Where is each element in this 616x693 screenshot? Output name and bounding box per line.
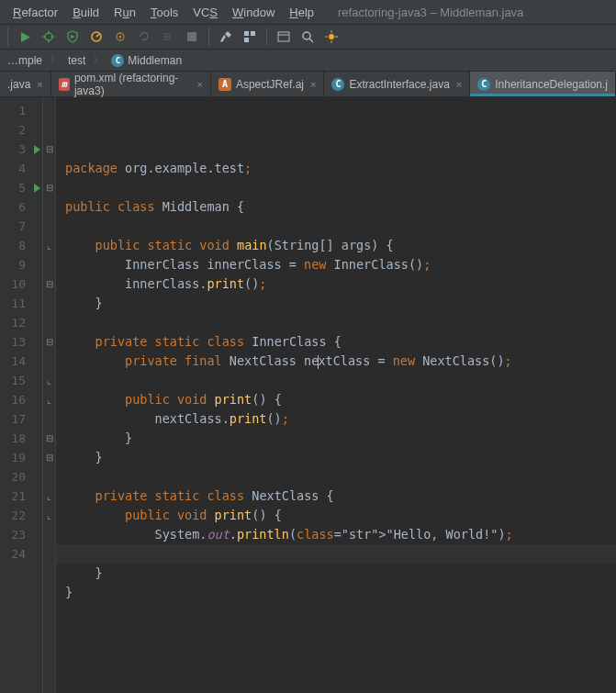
code-line[interactable]: public void print() { (65, 390, 616, 409)
tab-extract[interactable]: C ExtractInterface.java× (324, 72, 470, 96)
code-line[interactable] (65, 371, 616, 390)
code-line[interactable]: package org.example.test; (65, 159, 616, 178)
build-icon[interactable] (215, 26, 237, 48)
chevron-right-icon: 〉 (93, 52, 104, 68)
attach-icon[interactable] (109, 26, 131, 48)
menu-window[interactable]: Window (225, 4, 282, 21)
code-line[interactable]: private static class InnerClass { (65, 332, 616, 352)
code-line[interactable]: } (65, 294, 616, 313)
code-line[interactable] (65, 217, 616, 236)
run-icon[interactable] (14, 26, 36, 48)
code-line[interactable]: } (65, 583, 616, 602)
code-line[interactable]: public static void main(String[] args) { (65, 236, 616, 255)
svg-marker-0 (21, 32, 30, 42)
code-line[interactable] (65, 313, 616, 332)
svg-rect-15 (278, 32, 289, 41)
svg-rect-13 (251, 31, 255, 36)
code-line[interactable]: public class Middleman { (65, 197, 616, 217)
svg-point-19 (329, 34, 334, 39)
svg-rect-11 (187, 32, 196, 41)
tab-pom[interactable]: m pom.xml (refactoring-java3)× (51, 72, 211, 96)
code-area[interactable]: package org.example.test; public class M… (56, 97, 616, 693)
code-line[interactable]: System.out.println(class="str">"Hello, W… (65, 525, 616, 544)
code-line[interactable]: } (65, 429, 616, 448)
svg-point-1 (45, 33, 52, 40)
crumb-package[interactable]: …mple (4, 53, 46, 68)
code-line[interactable]: } (65, 564, 616, 583)
class-icon: C (111, 54, 124, 67)
code-line[interactable]: nextClass.print(); (65, 409, 616, 429)
current-line-highlight (56, 544, 616, 564)
close-icon[interactable]: × (37, 79, 42, 90)
menu-help[interactable]: Help (282, 4, 321, 21)
menu-run[interactable]: Run (106, 4, 143, 21)
chevron-right-icon: 〉 (50, 52, 61, 68)
code-line[interactable]: private final NextClass nextClass = new … (65, 352, 616, 371)
crumb-class[interactable]: C Middleman (107, 53, 185, 68)
menu-tools[interactable]: Tools (143, 4, 185, 21)
layout-icon[interactable] (273, 26, 295, 48)
coverage-icon[interactable] (62, 26, 84, 48)
svg-rect-12 (244, 31, 249, 36)
svg-line-18 (309, 39, 313, 42)
toolbar (0, 24, 616, 50)
tab-inheritance[interactable]: C InheritanceDelegation.j (470, 72, 616, 96)
stop-icon[interactable] (181, 26, 203, 48)
svg-point-17 (303, 32, 310, 39)
crumb-folder[interactable]: test (64, 53, 89, 68)
code-line[interactable] (65, 602, 616, 621)
svg-line-8 (96, 34, 99, 37)
breadcrumb: …mple 〉 test 〉 C Middleman (0, 50, 616, 72)
menu-vcs[interactable]: VCS (185, 4, 225, 21)
svg-rect-14 (244, 38, 249, 42)
debug-icon[interactable] (38, 26, 60, 48)
fold-column[interactable]: ⊟⊟⌞⊟⊟⌞⌞⊟⊟⌞⌞ (43, 97, 56, 693)
editor-tabs: .java× m pom.xml (refactoring-java3)× A … (0, 72, 616, 97)
close-icon[interactable]: × (456, 79, 462, 90)
code-line[interactable]: } (65, 448, 616, 467)
editor: 123456789101112131415161718192021222324 … (0, 97, 616, 693)
close-icon[interactable]: × (310, 79, 316, 90)
menu-refactor[interactable]: Refactor (6, 4, 65, 21)
code-line[interactable]: innerClass.print(); (65, 274, 616, 294)
reload-icon[interactable] (133, 26, 155, 48)
aspectj-icon: A (218, 78, 231, 91)
code-line[interactable]: InnerClass innerClass = new InnerClass()… (65, 255, 616, 274)
menu-bar: Refactor Build Run Tools VCS Window Help… (0, 0, 616, 24)
code-line[interactable] (65, 178, 616, 197)
maven-icon: m (59, 78, 70, 91)
tab-aspectj[interactable]: A AspectJRef.aj× (211, 72, 324, 96)
class-icon: C (477, 78, 490, 91)
class-icon: C (331, 78, 344, 91)
search-icon[interactable] (297, 26, 319, 48)
code-line[interactable] (65, 467, 616, 486)
sync-icon[interactable] (320, 26, 342, 48)
close-icon[interactable]: × (197, 79, 203, 90)
code-line[interactable]: public void print() { (65, 506, 616, 525)
gutter[interactable]: 123456789101112131415161718192021222324 (0, 97, 43, 693)
window-title: refactoring-java3 – Middleman.java (338, 6, 523, 19)
svg-marker-6 (71, 35, 75, 39)
step-icon[interactable] (157, 26, 179, 48)
tab-java[interactable]: .java× (0, 72, 51, 96)
profile-icon[interactable] (85, 26, 107, 48)
menu-build[interactable]: Build (65, 4, 106, 21)
svg-point-10 (119, 36, 122, 39)
code-line[interactable]: private static class NextClass { (65, 486, 616, 506)
structure-icon[interactable] (239, 26, 261, 48)
